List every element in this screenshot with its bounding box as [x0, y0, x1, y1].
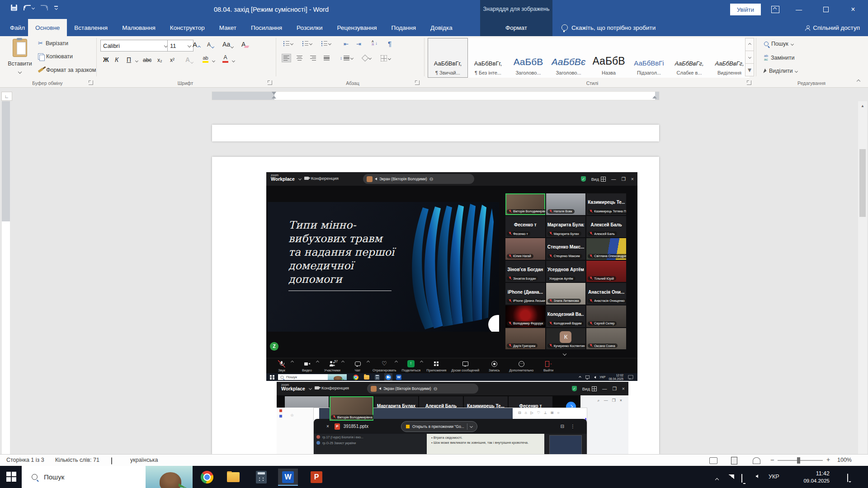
zoom-toolbar-button[interactable]: Выйти	[536, 359, 561, 373]
font-dialog-launcher[interactable]	[268, 80, 272, 85]
language-indicator[interactable]: українська	[130, 457, 158, 463]
taskbar-calculator[interactable]	[251, 469, 271, 486]
participant-tile[interactable]: Тільний Юрій	[586, 261, 626, 282]
redo-icon[interactable]	[41, 5, 48, 10]
grow-font-button[interactable]: А	[193, 41, 200, 48]
zoom-toolbar-button[interactable]: 57 Участники	[320, 359, 345, 373]
zoom-in-button[interactable]: +	[826, 456, 830, 463]
caret-icon[interactable]	[395, 360, 398, 363]
format-painter-button[interactable]: Формат за зразком	[38, 67, 96, 73]
participant-tile[interactable]: Юлия Нагай	[505, 238, 545, 260]
font-size-combo[interactable]: 11	[167, 40, 193, 52]
word-count[interactable]: Кількість слів: 71	[55, 457, 99, 463]
tab-selector[interactable]: ∟	[1, 92, 12, 101]
participant-tile[interactable]: Дар'я Григорюк	[505, 328, 545, 350]
view-button[interactable]: Вид	[582, 386, 597, 391]
style-item[interactable]: АаБбВвГі Підзагол...	[629, 38, 669, 78]
scroll-up-arrow[interactable]: ▲	[861, 104, 864, 108]
print-layout-icon[interactable]	[731, 457, 737, 465]
participant-tile[interactable]: Оксана Соина	[586, 328, 626, 350]
style-item[interactable]: АаБбВ Назва	[589, 38, 629, 78]
ribbon-display-options-button[interactable]	[765, 0, 786, 19]
borders-button[interactable]	[381, 55, 391, 61]
sort-button[interactable]: АЯ↓	[372, 40, 377, 46]
change-case-button[interactable]: Аа	[222, 41, 233, 48]
participants-scroll-down[interactable]	[551, 351, 578, 357]
caret-icon[interactable]	[341, 360, 344, 363]
justify-button[interactable]	[324, 56, 330, 61]
start-button[interactable]	[6, 472, 16, 482]
tab-format-contextual[interactable]: Формат	[480, 19, 552, 36]
participant-tile[interactable]: Маргарита Булах Маргарита Булах	[546, 216, 586, 238]
paragraph-dialog-launcher[interactable]	[415, 80, 420, 85]
font-family-combo[interactable]: Calibri	[100, 40, 170, 52]
zoom-toolbar-button[interactable]: Видео	[294, 359, 320, 373]
styles-gallery-more[interactable]: ▾	[745, 63, 754, 76]
cut-button[interactable]: ✂Вирізати	[38, 40, 68, 47]
zoom2-close[interactable]: ×	[622, 386, 625, 391]
ribbon-tab[interactable]: Вставлення	[67, 19, 115, 36]
pc-icon[interactable]	[741, 474, 742, 483]
style-item[interactable]: АаБбВє Заголово...	[548, 38, 589, 78]
zoom-toolbar-button[interactable]: Приложения	[424, 359, 449, 373]
participant-tile[interactable]: Фесенко т Фесенко т	[505, 216, 545, 238]
shrink-font-button[interactable]: А	[207, 42, 214, 48]
participant-tile[interactable]: Злата Литвинова	[546, 283, 586, 305]
embedded-search-box[interactable]: Пошук	[278, 374, 347, 380]
web-layout-icon[interactable]	[753, 457, 760, 464]
caret-icon[interactable]	[316, 360, 319, 363]
align-left-button[interactable]	[282, 54, 291, 62]
find-button[interactable]: Пошук	[764, 41, 793, 47]
open-in-app-pill[interactable]: Открыть в приложении "Go...	[401, 421, 477, 432]
participant-tile[interactable]: Стеценко Макс... Стеценко Максим	[546, 238, 586, 260]
ribbon-tab[interactable]: Розсилки	[289, 19, 330, 36]
zoom-toolbar-button[interactable]: Чат	[345, 359, 370, 373]
align-center-button[interactable]	[297, 56, 302, 61]
sidebar-item[interactable]: гр.17 (І курс) Біологія і еко...	[316, 435, 424, 439]
zoom2-meeting-tab[interactable]: Конференция	[315, 385, 349, 390]
minimize-button[interactable]: —	[788, 0, 809, 19]
hanging-indent-marker[interactable]	[272, 96, 276, 99]
embedded-language[interactable]: УКР	[599, 375, 605, 379]
participant-tile[interactable]: Анастасія Они... Анастасія Онищенко	[586, 283, 626, 305]
styles-dialog-launcher[interactable]	[747, 80, 751, 85]
close-button[interactable]: ×	[843, 0, 863, 19]
viewer-actions[interactable]: ⊟⋮	[561, 424, 575, 429]
caret-icon[interactable]	[367, 360, 370, 363]
sign-in-button[interactable]: Увійти	[730, 4, 761, 15]
taskbar-word-active[interactable]: W	[278, 469, 298, 486]
collapse-ribbon-button[interactable]	[857, 76, 860, 84]
taskbar-clock[interactable]: 11:42 09.04.2025	[789, 470, 830, 484]
replace-button[interactable]: abacЗамінити	[764, 54, 794, 61]
qat-customize-button[interactable]	[54, 6, 58, 9]
clipboard-dialog-launcher[interactable]	[89, 80, 93, 85]
tell-me-box[interactable]: Скажіть, що потрібно зробити	[561, 19, 656, 36]
copy-button[interactable]: Копіювати	[38, 53, 73, 60]
shading-button[interactable]	[363, 56, 371, 61]
participant-tile[interactable]: Усерднов Артём Усерднов Артём	[546, 261, 586, 282]
zoom-toolbar-button[interactable]: Дополнительно	[507, 359, 536, 373]
filmstrip-tile[interactable]: Вікторія Володимирівна	[330, 396, 373, 421]
zoom2-screen-share-pill[interactable]: Экран (Вікторія Володими) ⊖	[367, 384, 478, 394]
ribbon-tab[interactable]: Рецензування	[330, 19, 384, 36]
participant-tile[interactable]: Колодезний Ва... Колодезний Вадим	[546, 305, 586, 327]
participant-tile[interactable]: Алексей Баль Алексей Баль	[586, 216, 626, 238]
text-effects-button[interactable]: А	[185, 56, 193, 63]
taskbar-chrome[interactable]	[197, 469, 217, 486]
stop-share-icon[interactable]: ⊖	[429, 176, 434, 182]
calculator-icon[interactable]	[375, 375, 380, 380]
star-icon[interactable]: ☆	[290, 413, 294, 418]
multilevel-list-button[interactable]	[321, 41, 331, 46]
first-line-indent-marker[interactable]	[272, 92, 276, 95]
ribbon-tab[interactable]: Довідка	[423, 19, 460, 36]
zoom-screenshot-2[interactable]: zoomWorkplace Конференция Экран (Вікторі…	[277, 382, 628, 454]
explorer-icon[interactable]	[364, 375, 369, 380]
word-icon[interactable]: W	[396, 375, 401, 380]
undo-button[interactable]	[24, 5, 34, 10]
taskbar-powerpoint[interactable]: P	[307, 469, 326, 486]
participant-tile[interactable]: Володимир Федорук	[505, 305, 545, 327]
underline-button[interactable]: П	[127, 56, 131, 63]
language-switcher[interactable]: УКР	[769, 474, 779, 480]
browser-toolbar-icons[interactable]: ⊡⌂▷♡⊥⊞○	[518, 411, 559, 415]
italic-button[interactable]: К	[115, 56, 118, 63]
